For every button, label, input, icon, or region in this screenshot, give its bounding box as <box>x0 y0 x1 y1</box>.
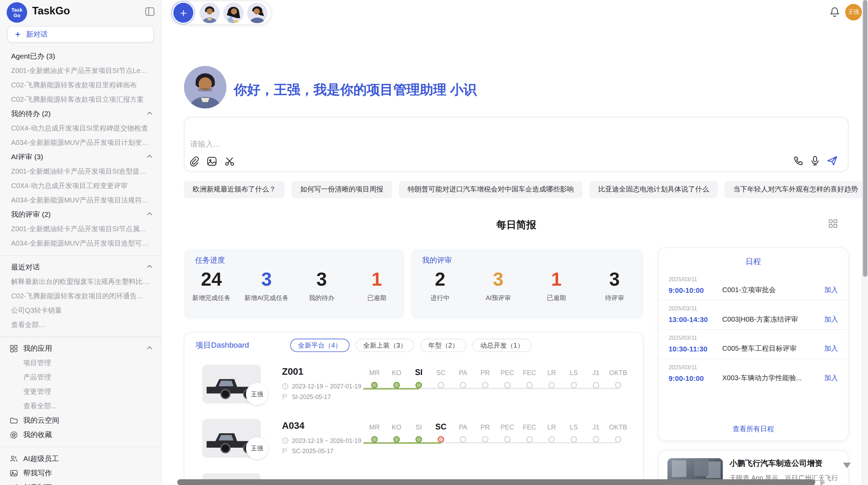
section-ai-review[interactable]: AI评审 (3) <box>0 150 161 164</box>
sidebar-item-help-me-write[interactable]: 帮我写作 <box>0 466 161 480</box>
agent-avatar-3[interactable] <box>247 2 268 23</box>
paperclip-icon[interactable] <box>189 156 200 167</box>
divider <box>0 336 161 337</box>
stat-label: 我的待办 <box>294 294 349 302</box>
suggestion-chip[interactable]: 特朗普可能对进口汽车增税会对中国车企造成哪些影响 <box>399 181 582 198</box>
join-button[interactable]: 加入 <box>824 374 838 383</box>
recent-chat-item[interactable]: 解释最新出台的欧盟报废车法规再生塑料比例被调至15%... <box>0 274 161 289</box>
agent-avatar-2[interactable] <box>223 2 244 23</box>
clock-icon <box>282 383 288 389</box>
vertical-scrollbar-thumb[interactable] <box>863 0 867 277</box>
daily-briefing-header: 每日简报 <box>184 218 848 232</box>
agent-switcher: ＋ <box>171 1 272 25</box>
sidebar-item-ai-super-staff[interactable]: AI超级员工 <box>0 451 161 466</box>
recent-chat-item[interactable]: C02-飞腾新能源轻客改款项目的闭环通告反馈情况 <box>0 289 161 303</box>
send-icon[interactable] <box>827 155 838 166</box>
microphone-icon[interactable] <box>810 156 820 166</box>
project-code: A034 <box>282 421 304 432</box>
join-button[interactable]: 加入 <box>824 344 838 353</box>
sidebar-item[interactable]: A034-全新新能源MUV产品开发项目计划变更表编写 <box>0 136 161 150</box>
suggestion-chip[interactable]: 欧洲新规最近颁布了什么？ <box>184 181 285 198</box>
stat-label: 已逾期 <box>527 294 586 302</box>
recent-chat-item[interactable]: 查看全部... <box>0 318 161 332</box>
schedule-time: 9:00-10:00 <box>668 286 722 294</box>
join-button[interactable]: 加入 <box>824 315 838 324</box>
sidebar-item[interactable]: C0X4-动力总成开发项目工程变更评审 <box>0 179 161 193</box>
schedule-date: 2025/03/11 <box>668 334 838 341</box>
pen-icon <box>10 484 18 485</box>
schedule-entry: 2025/03/11 9:00-10:00 C001-立项审批会 加入 <box>659 271 848 301</box>
assistant-avatar <box>184 66 226 108</box>
recent-chat-item[interactable]: 公司Q3轻卡销量 <box>0 303 161 318</box>
section-my-review[interactable]: 我的评审 (2) <box>0 208 161 222</box>
sidebar-item[interactable]: Z001-全新燃油轻卡产品开发项目SI节点属性5D文件评审 <box>0 222 161 236</box>
app-item[interactable]: 产品管理 <box>0 370 161 385</box>
sidebar-item[interactable]: C0X4-动力总成开发项目SI里程碑提交物检查 <box>0 121 161 136</box>
section-recent-chats[interactable]: 最近对话 <box>0 260 161 274</box>
view-all-schedule-link[interactable]: 查看所有日程 <box>659 424 848 434</box>
schedule-date: 2025/03/11 <box>668 276 838 282</box>
star-badge-icon <box>10 431 18 439</box>
app-item[interactable]: 变更管理 <box>0 385 161 399</box>
suggestion-chip[interactable]: 当下年轻人对汽车外观有怎样的喜好趋势 <box>724 181 867 198</box>
suggestion-chip[interactable]: 如何写一份清晰的项目周报 <box>291 181 392 198</box>
milestone-LR: LR <box>541 415 563 443</box>
milestone-PR: PR <box>474 415 496 443</box>
sidebar-item-cloud-space[interactable]: 我的云空间 <box>0 413 161 428</box>
image-icon[interactable] <box>207 156 217 167</box>
sidebar-item-creative-drawing[interactable]: 创意制图 <box>0 480 161 485</box>
sidebar-item[interactable]: A034-全新新能源MUV产品开发项目法规符合性评审 <box>0 193 161 208</box>
milestone-SC: SC <box>430 415 452 443</box>
milestone-track: MRKOSISCPAPRPECFECLRLSJ1OKTB <box>363 415 629 470</box>
news-title: 小鹏飞行汽车制造公司增资 <box>730 459 840 469</box>
milestone-LS: LS <box>563 361 585 388</box>
sidebar-item-favorites[interactable]: 我的收藏 <box>0 428 161 442</box>
stat-item: 24 新增完成任务 <box>184 268 239 302</box>
agent-avatar-1[interactable] <box>200 2 220 23</box>
join-button[interactable]: 加入 <box>824 286 838 295</box>
schedule-time: 10:30-11:30 <box>668 345 722 353</box>
sidebar-item[interactable]: Z001-全新燃油轻卡产品开发项目SI造型提交物评审 <box>0 164 161 179</box>
sidebar-collapse-icon[interactable] <box>145 7 154 16</box>
card-title: 我的评审 <box>422 256 452 265</box>
logo-line-1: Task <box>11 7 22 12</box>
sidebar-item[interactable]: C02-飞腾新能源轻客改款项目立项汇报方案 <box>0 92 161 107</box>
sidebar-item[interactable]: C02-飞腾新能源轻客改款项目里程碑画布 <box>0 78 161 92</box>
filter-chip[interactable]: 动总开发（1） <box>472 339 531 352</box>
scissors-icon[interactable] <box>224 156 235 167</box>
app-logo: Task Go <box>7 2 27 23</box>
milestone-LS: LS <box>563 415 585 443</box>
project-row[interactable]: 王强 A034 2023-12-19 ~ 2026-01-19 SC-2025-… <box>184 415 643 470</box>
milestone-PR: PR <box>474 361 496 388</box>
image-icon <box>10 469 18 477</box>
sidebar-item[interactable]: A034-全新新能源MUV产品开发项目造型可行性评审 <box>0 236 161 251</box>
schedule-list: 2025/03/11 9:00-10:00 C001-立项审批会 加入 2025… <box>659 271 848 388</box>
filter-chip[interactable]: 全新上装（3） <box>355 339 414 352</box>
app-item[interactable]: 项目管理 <box>0 356 161 370</box>
scroll-down-arrow-icon[interactable] <box>843 463 851 468</box>
filter-chip[interactable]: 年型（2） <box>421 339 467 352</box>
sidebar-item[interactable]: Z001-全新燃油皮卡产品开发项目SI节点Lesson Learn报告 <box>0 64 161 78</box>
layout-grid-icon[interactable] <box>829 219 837 228</box>
horizontal-scrollbar-thumb[interactable] <box>177 479 815 485</box>
add-agent-button[interactable]: ＋ <box>173 3 193 23</box>
milestone-SI: SI <box>408 415 430 443</box>
new-chat-button[interactable]: ＋ 新对话 <box>7 26 154 42</box>
section-todo-items: C0X4-动力总成开发项目SI里程碑提交物检查A034-全新新能源MUV产品开发… <box>0 121 161 150</box>
app-item[interactable]: 查看全部... <box>0 399 161 413</box>
section-agent-done[interactable]: Agent已办 (3) <box>0 49 161 64</box>
section-my-todo[interactable]: 我的待办 (2) <box>0 107 161 121</box>
vertical-scrollbar[interactable] <box>862 0 868 485</box>
phone-icon[interactable] <box>793 156 804 166</box>
scroll-right-arrow-icon[interactable] <box>820 479 825 485</box>
sidebar-item-my-apps[interactable]: 我的应用 <box>0 341 161 356</box>
schedule-name: X003-车辆动力学性能验... <box>722 374 820 383</box>
user-avatar[interactable]: 王强 <box>845 4 862 20</box>
grid-icon <box>10 345 18 353</box>
stat-label: 待评审 <box>586 294 644 302</box>
project-row[interactable]: 王强 Z001 2023-12-19 ~ 2027-01-19 SI-2025-… <box>184 361 643 415</box>
filter-chip[interactable]: 全新平台（4） <box>290 339 349 352</box>
chat-input[interactable]: 请输入... <box>184 117 848 172</box>
notification-bell-icon[interactable] <box>830 7 840 17</box>
suggestion-chip[interactable]: 比亚迪全固态电池计划具体说了什么 <box>589 181 718 198</box>
